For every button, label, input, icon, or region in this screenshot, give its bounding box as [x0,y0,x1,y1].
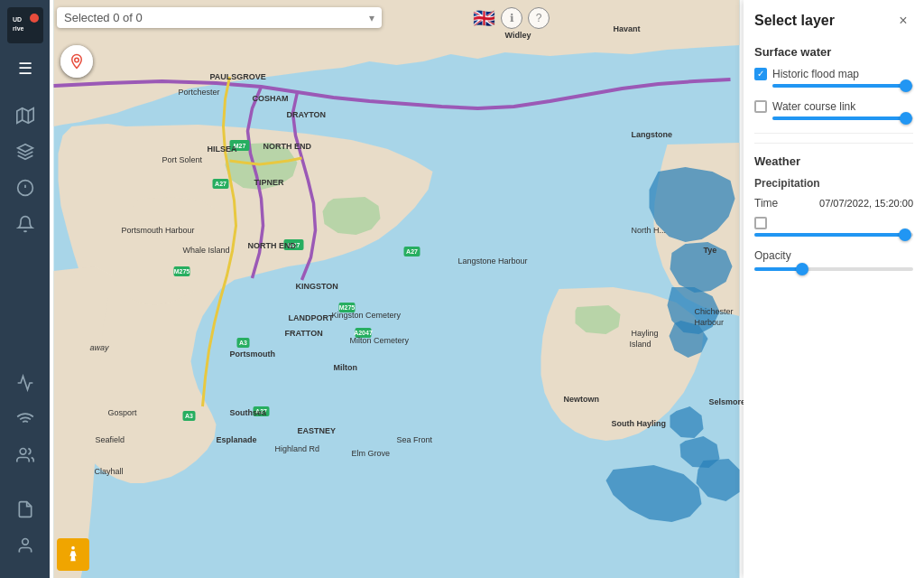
weather-title: Weather [754,154,913,168]
svg-point-3 [30,14,39,23]
svg-text:TIPNER: TIPNER [254,178,285,187]
water-course-slider-thumb[interactable] [900,112,912,125]
opacity-slider-fill [754,267,802,271]
svg-text:DRAYTON: DRAYTON [287,110,327,119]
bell-icon[interactable] [9,208,42,240]
svg-text:Elm Grove: Elm Grove [352,449,391,458]
svg-text:North H...: North H... [632,226,667,235]
surface-water-title: Surface water [754,45,913,59]
opacity-label: Opacity [754,249,913,262]
search-input[interactable] [64,11,369,24]
historic-flood-slider[interactable] [772,84,913,88]
svg-marker-7 [17,144,32,152]
water-course-row: Water course link [754,100,913,113]
svg-text:A27: A27 [215,181,226,187]
opacity-slider-thumb[interactable] [796,263,808,275]
uk-flag-icon[interactable]: 🇬🇧 [473,7,495,29]
svg-text:A3: A3 [185,413,193,419]
chart-line-icon[interactable] [9,367,42,399]
svg-text:Highland Rd: Highland Rd [275,444,320,453]
top-right-controls: 🇬🇧 ℹ ? [473,7,550,29]
info-icon: ℹ [510,12,514,24]
info-button[interactable]: ℹ [501,7,522,29]
svg-text:FRATTON: FRATTON [285,329,323,338]
svg-text:South Hayling: South Hayling [612,419,667,428]
opacity-section: Opacity [754,249,913,271]
weather-slider-fill [754,233,905,237]
historic-flood-layer: ✓ Historic flood map [754,68,913,88]
location-button[interactable] [60,45,93,78]
precipitation-label: Precipitation [754,177,913,190]
right-panel: Select layer × Surface water ✓ Historic … [744,0,924,578]
profile-icon[interactable] [9,529,42,562]
menu-icon[interactable]: ☰ [9,52,42,85]
time-row: Time 07/07/2022, 15:20:00 [754,197,913,210]
document-icon[interactable] [9,493,42,526]
svg-text:Selsmore: Selsmore [709,397,744,406]
info-circle-icon[interactable] [9,172,42,204]
water-course-label: Water course link [772,100,855,113]
svg-text:EASTNEY: EASTNEY [298,426,337,435]
weather-checkbox[interactable] [754,217,767,229]
svg-text:Widley: Widley [505,31,531,40]
svg-text:Hayling: Hayling [632,329,659,338]
svg-text:Whale Island: Whale Island [183,246,230,255]
svg-text:Tye: Tye [704,246,717,255]
water-course-layer: Water course link [754,100,913,120]
svg-text:A27: A27 [406,248,418,255]
svg-text:Portsmouth Harbour: Portsmouth Harbour [122,226,195,235]
svg-text:NORTH END: NORTH END [248,241,297,250]
signal-icon[interactable] [9,403,42,435]
svg-text:Seafield: Seafield [96,435,125,444]
weather-section: Weather Precipitation Time 07/07/2022, 1… [754,143,913,271]
water-course-slider-fill [772,117,906,120]
svg-text:Island: Island [630,340,651,349]
historic-flood-slider-thumb[interactable] [900,79,912,92]
layers-icon[interactable] [9,135,42,168]
dropdown-arrow-icon[interactable]: ▾ [369,12,374,24]
street-view-button[interactable] [57,538,89,571]
svg-point-79 [71,546,75,550]
svg-text:Harbour: Harbour [695,318,725,327]
time-value: 07/07/2022, 15:20:00 [819,198,913,209]
svg-text:Sea Front: Sea Front [397,435,433,444]
historic-flood-label: Historic flood map [772,68,859,80]
water-course-checkbox[interactable] [754,100,767,113]
svg-text:A2047: A2047 [354,330,373,336]
close-panel-button[interactable]: × [893,11,913,31]
svg-point-12 [20,449,26,455]
svg-text:rive: rive [13,25,24,32]
svg-text:PAULSGROVE: PAULSGROVE [210,72,266,81]
weather-slider[interactable] [754,233,913,237]
historic-flood-slider-container [754,84,913,88]
svg-text:Gosport: Gosport [108,408,138,417]
svg-text:A3: A3 [239,340,247,346]
svg-marker-4 [16,108,32,124]
panel-header: Select layer × [754,11,913,31]
search-box[interactable]: ▾ [57,7,382,28]
weather-slider-thumb[interactable] [899,228,911,241]
divider-1 [754,133,913,134]
users-icon[interactable] [9,439,42,471]
sidebar: UD rive ☰ [0,0,50,578]
opacity-slider[interactable] [754,267,913,271]
svg-text:Langstone: Langstone [632,130,673,139]
svg-text:away: away [90,343,110,352]
help-button[interactable]: ? [528,7,550,29]
svg-text:Milton: Milton [334,363,358,372]
topbar: ▾ [57,7,736,28]
historic-flood-checkbox[interactable]: ✓ [754,68,767,80]
svg-text:NORTH END: NORTH END [263,142,312,151]
svg-text:HILSEA: HILSEA [208,144,238,154]
svg-text:Southsea: Southsea [230,408,268,417]
map-icon[interactable] [9,99,42,132]
svg-text:KINGSTON: KINGSTON [296,282,338,291]
svg-text:Langstone Harbour: Langstone Harbour [458,256,528,266]
checkmark-icon: ✓ [757,70,764,79]
svg-text:Newtown: Newtown [564,395,600,404]
map-container[interactable]: M27 M27 M275 A27 A27 A3 A3 A27 A2047 M27… [50,0,744,578]
app-logo[interactable]: UD rive [7,7,43,43]
water-course-slider[interactable] [772,117,913,120]
svg-text:COSHAM: COSHAM [253,94,289,103]
svg-text:LANDPORT: LANDPORT [289,313,334,322]
